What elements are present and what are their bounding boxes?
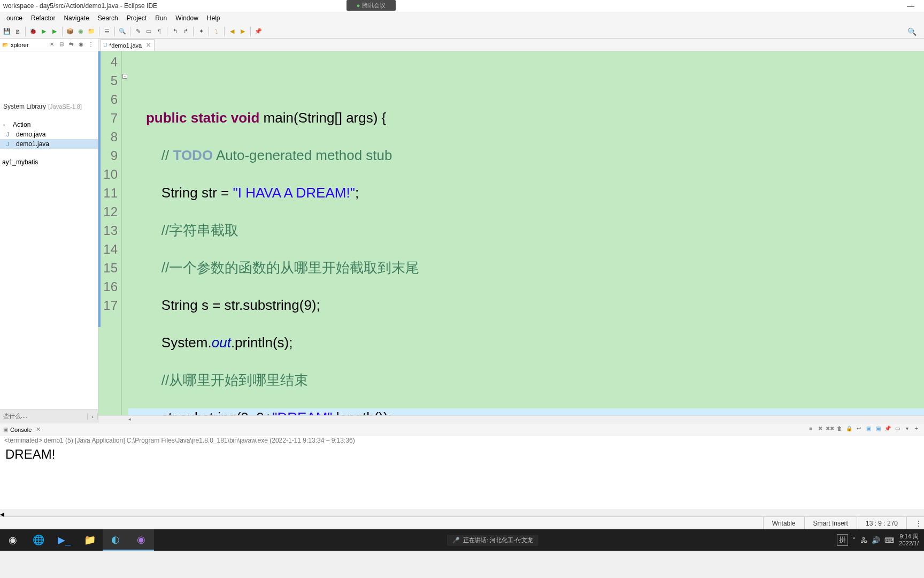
show-on-out-icon[interactable]: ▣: [864, 425, 873, 434]
menu-project[interactable]: Project: [122, 13, 151, 24]
back-icon[interactable]: ◀: [227, 27, 237, 36]
menu-refactor[interactable]: Refactor: [27, 13, 59, 24]
display-selected-icon[interactable]: ▭: [893, 425, 902, 434]
remove-launch-icon[interactable]: ✖: [816, 425, 825, 434]
explorer-close-icon[interactable]: ✕: [50, 41, 57, 49]
pin-console-icon[interactable]: 📌: [883, 425, 892, 434]
menu-run[interactable]: Run: [151, 13, 171, 24]
console-close-icon[interactable]: ✕: [36, 426, 41, 433]
taskbar-meeting-icon[interactable]: ◐: [103, 529, 128, 551]
pin-editor-icon[interactable]: 📌: [253, 27, 263, 36]
file-demo-java[interactable]: J demo.java: [0, 130, 98, 139]
toolbar-separator: [167, 27, 167, 36]
code-line[interactable]: [128, 71, 924, 90]
code-line[interactable]: //一个参数的函数的从哪里开始截取到末尾: [128, 258, 924, 277]
menu-source[interactable]: ource: [2, 13, 27, 24]
save-icon[interactable]: 💾: [2, 27, 12, 36]
code-editor[interactable]: 4 5 6 7 8 9 10 11 12 13 14 15 16 17 − pu…: [98, 51, 924, 415]
view-menu-icon[interactable]: ⋮: [88, 41, 96, 49]
save-all-icon[interactable]: 🗎: [13, 27, 22, 36]
package-action[interactable]: ▫ Action: [0, 120, 98, 130]
file-demo1-java[interactable]: J demo1.java: [0, 139, 98, 149]
project-mybatis[interactable]: ay1_mybatis: [0, 157, 98, 167]
scroll-lock-icon[interactable]: 🔒: [845, 425, 853, 434]
console-output[interactable]: DREAM!: [0, 445, 924, 509]
tray-keyboard-icon[interactable]: ⌨: [884, 536, 895, 544]
tray-network-icon[interactable]: 🖧: [860, 536, 867, 544]
run-icon[interactable]: ▶: [39, 27, 49, 36]
code-line[interactable]: public static void main(String[] args) {: [128, 109, 924, 127]
code-line[interactable]: // TODO Auto-generated method stub: [128, 146, 924, 165]
fold-column[interactable]: −: [122, 51, 128, 415]
forward-icon[interactable]: ▶: [238, 27, 248, 36]
clear-console-icon[interactable]: 🗑: [835, 425, 844, 434]
toolbar-separator: [99, 27, 99, 36]
code-line[interactable]: //从哪里开始到哪里结束: [128, 371, 924, 390]
taskbar-edge-icon[interactable]: 🌐: [26, 529, 51, 551]
code-line[interactable]: //字符串截取: [128, 221, 924, 240]
line-number-gutter[interactable]: 4 5 6 7 8 9 10 11 12 13 14 15 16 17: [101, 51, 122, 415]
step-filter-icon[interactable]: ⤵: [212, 27, 221, 36]
project-label: ay1_mybatis: [2, 158, 38, 166]
taskbar-explorer-icon[interactable]: 📁: [77, 529, 103, 551]
show-whitespace-icon[interactable]: ¶: [155, 27, 164, 36]
java-file-icon: J: [6, 132, 14, 138]
ime-indicator[interactable]: 拼: [837, 534, 848, 546]
toggle-block-icon[interactable]: ▭: [144, 27, 153, 36]
fold-marker-icon[interactable]: −: [122, 74, 127, 79]
code-line[interactable]: String s = str.substring(9);: [128, 296, 924, 315]
speaking-indicator[interactable]: 🎤 正在讲话: 河北化工-付文龙: [447, 535, 538, 546]
meeting-overlay[interactable]: ● 腾讯会议: [346, 0, 396, 11]
new-package-icon[interactable]: 📦: [65, 27, 75, 36]
editor-h-scrollbar[interactable]: ◂: [98, 415, 924, 423]
show-on-err-icon[interactable]: ▣: [874, 425, 882, 434]
jre-system-library[interactable]: System Library [JavaSE-1.8]: [0, 102, 98, 111]
change-marker: [98, 51, 101, 327]
tray-chevron-icon[interactable]: ˄: [852, 536, 856, 544]
debug-icon[interactable]: 🐞: [28, 27, 38, 36]
new-folder-icon[interactable]: 📁: [87, 27, 96, 36]
code-line[interactable]: String str = "I HAVA A DREAM!";: [128, 184, 924, 202]
focus-icon[interactable]: ◉: [79, 41, 86, 49]
annotation-next-icon[interactable]: ↱: [181, 27, 190, 36]
window-titlebar: workspace - day5/src/Action/demo1.java -…: [0, 0, 924, 12]
scroll-left-icon[interactable]: ◂: [126, 416, 133, 423]
search-icon[interactable]: 🔍: [118, 27, 127, 36]
open-type-icon[interactable]: ☰: [102, 27, 112, 36]
editor-tab-demo1[interactable]: J *demo1.java ✕: [101, 39, 155, 51]
line-number: 10: [101, 165, 118, 184]
console-tab[interactable]: ▣ Console ✕: [0, 426, 44, 433]
new-class-icon[interactable]: ◉: [76, 27, 86, 36]
menu-window[interactable]: Window: [171, 13, 203, 24]
toolbar-separator: [209, 27, 209, 36]
footer-chevron-icon[interactable]: ‹: [87, 413, 98, 420]
code-content[interactable]: public static void main(String[] args) {…: [128, 51, 924, 415]
menu-search[interactable]: Search: [94, 13, 122, 24]
taskbar-clock[interactable]: 9:14 周 2022/1/: [899, 533, 919, 547]
window-minimize-button[interactable]: —: [907, 2, 914, 10]
last-edit-icon[interactable]: ✦: [196, 27, 206, 36]
start-button[interactable]: ◉: [0, 529, 26, 551]
tray-volume-icon[interactable]: 🔊: [872, 536, 880, 544]
taskbar-powershell-icon[interactable]: ▶_: [51, 529, 77, 551]
coverage-icon[interactable]: ▶: [50, 27, 59, 36]
terminate-icon[interactable]: ■: [806, 425, 815, 434]
annotation-prev-icon[interactable]: ↰: [170, 27, 180, 36]
new-console-icon[interactable]: +: [912, 425, 921, 434]
quick-access-search-icon[interactable]: 🔍: [907, 27, 917, 36]
menu-navigate[interactable]: Navigate: [59, 13, 93, 24]
menu-help[interactable]: Help: [203, 13, 225, 24]
tab-close-icon[interactable]: ✕: [146, 42, 151, 49]
explorer-tree[interactable]: System Library [JavaSE-1.8] ▫ Action J d…: [0, 51, 98, 409]
collapse-all-icon[interactable]: ⊟: [59, 41, 67, 49]
code-line-current[interactable]: str.substring(9, 9+"DREAM".length());: [128, 408, 924, 415]
scroll-left-icon[interactable]: ◂: [0, 509, 924, 519]
taskbar-eclipse-icon[interactable]: ◉: [128, 529, 154, 551]
remove-all-icon[interactable]: ✖✖: [826, 425, 834, 434]
code-line[interactable]: System.out.println(s);: [128, 333, 924, 352]
console-h-scrollbar[interactable]: ◂: [0, 509, 924, 516]
toggle-mark-icon[interactable]: ✎: [133, 27, 143, 36]
link-editor-icon[interactable]: ⇆: [69, 41, 76, 49]
open-console-icon[interactable]: ▾: [903, 425, 911, 434]
word-wrap-icon[interactable]: ↩: [854, 425, 863, 434]
